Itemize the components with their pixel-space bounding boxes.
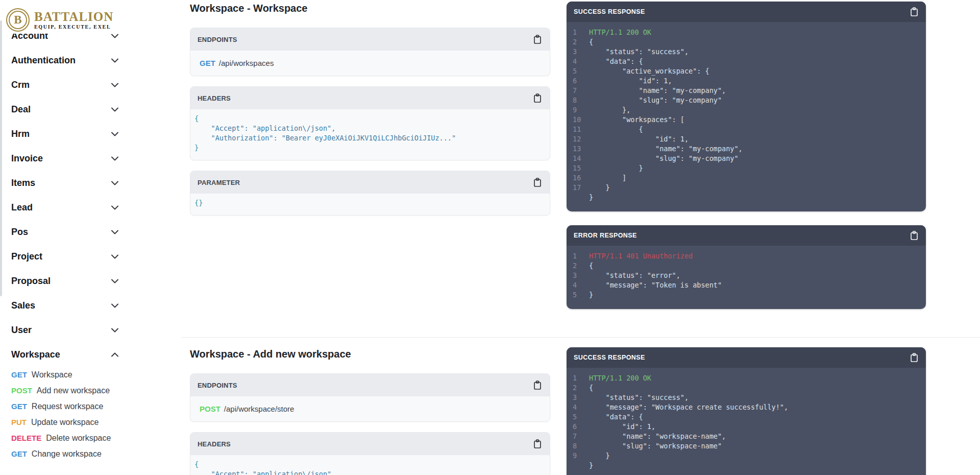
code-line: 3 "status": "success", <box>573 47 919 57</box>
chevron-down-icon <box>111 279 118 283</box>
code-text: "status": "success", <box>589 47 689 57</box>
code-text: "id": 1, <box>589 422 655 432</box>
code-line: 1HTTP/1.1 200 OK <box>573 373 919 383</box>
doc-sections: Workspace - Workspace ENDPOINTS GET/api/… <box>181 0 980 475</box>
response-panel: SUCCESS RESPONSE 1HTTP/1.1 200 OK2{3 "st… <box>567 347 926 475</box>
code-text: { <box>589 125 643 134</box>
sidebar-category-label: Proposal <box>11 276 51 287</box>
brand-name: BATTALION <box>34 10 113 23</box>
clipboard-icon <box>533 178 542 187</box>
sidebar-category[interactable]: Authentication <box>0 48 129 73</box>
card-body: POST/api/workspace/store <box>190 396 550 421</box>
doc-card: HEADERS { "Accept": "application\/json",… <box>190 432 550 475</box>
sidebar-category[interactable]: Project <box>0 244 129 269</box>
line-number: 14 <box>573 154 589 163</box>
copy-button[interactable] <box>533 381 542 390</box>
code-text: { <box>589 37 593 47</box>
app-logo[interactable]: B BATTALION EQUIP, EXECUTE, EXEL <box>0 0 129 34</box>
code-line: 4 "message": "Token is absent" <box>573 280 919 290</box>
doc-cards: ENDPOINTS POST/api/workspace/store HEADE… <box>190 373 550 475</box>
copy-button[interactable] <box>533 178 542 187</box>
endpoint-row: POST/api/workspace/store <box>200 405 542 413</box>
code-line: 6 "id": 1, <box>573 422 919 432</box>
doc-card: ENDPOINTS POST/api/workspace/store <box>190 373 550 422</box>
sidebar-category[interactable]: User <box>0 318 129 342</box>
code-line: 6 "id": 1, <box>573 76 919 86</box>
code-text: } <box>589 461 593 470</box>
chevron-down-icon <box>111 58 118 63</box>
sidebar-category-label: Crm <box>11 80 30 90</box>
line-number: 15 <box>573 163 589 173</box>
sidebar-endpoint-item[interactable]: GET Change workspace <box>0 446 129 462</box>
code-text: "name": "my-company", <box>589 86 726 96</box>
card-header: ENDPOINTS <box>190 28 550 51</box>
section-title: Workspace - Workspace <box>190 0 550 15</box>
copy-button[interactable] <box>533 93 542 103</box>
sidebar-endpoint-item[interactable]: GET Workspace <box>0 367 129 383</box>
copy-button[interactable] <box>910 353 918 362</box>
logo-text: BATTALION EQUIP, EXECUTE, EXEL <box>34 10 113 30</box>
card-body: { "Accept": "application\/json", "Author… <box>190 455 550 475</box>
line-number: 8 <box>573 441 589 451</box>
sidebar-category[interactable]: Sales <box>0 293 129 318</box>
sidebar-category-label: Pos <box>11 227 28 238</box>
sidebar-category[interactable]: Workspace <box>0 342 129 367</box>
line-number: 13 <box>573 144 589 154</box>
code-text: { <box>589 383 593 393</box>
card-header: HEADERS <box>190 433 550 455</box>
chevron-down-icon <box>111 83 118 87</box>
sidebar-category[interactable]: Hrm <box>0 122 129 146</box>
copy-button[interactable] <box>910 231 918 240</box>
card-title: ENDPOINTS <box>198 382 237 389</box>
code-line: "Authorization": "Bearer eyJ0eXAiOiJKV1Q… <box>194 133 545 143</box>
code-text: HTTP/1.1 401 Unauthorized <box>589 251 693 261</box>
line-number: 17 <box>573 183 589 193</box>
response-header: SUCCESS RESPONSE <box>567 347 926 368</box>
code-text: "workspaces": [ <box>589 115 684 125</box>
copy-button[interactable] <box>533 35 542 44</box>
sidebar-endpoint-item[interactable]: POST Add new workspace <box>0 383 129 398</box>
code-line: 12 "id": 1, <box>573 134 919 144</box>
sidebar-category[interactable]: Proposal <box>0 269 129 293</box>
sidebar-endpoint-item[interactable]: PUT Update workspace <box>0 414 129 430</box>
sidebar-category[interactable]: Crm <box>0 73 129 97</box>
code-text: "id": 1, <box>589 76 672 86</box>
card-title: ENDPOINTS <box>198 36 237 43</box>
response-title: ERROR RESPONSE <box>574 232 637 239</box>
chevron-down-icon <box>111 181 118 185</box>
http-method-badge: GET <box>11 402 27 411</box>
code-line: 13 "name": "my-company", <box>573 144 919 154</box>
sidebar-category[interactable]: Pos <box>0 220 129 244</box>
code-line: { <box>194 114 545 124</box>
sidebar-scrollbar[interactable] <box>0 20 2 296</box>
card-header: HEADERS <box>190 87 550 109</box>
code-text: } <box>589 163 643 173</box>
sidebar-category[interactable]: Deal <box>0 97 129 122</box>
card-body: { "Accept": "application\/json", "Author… <box>190 109 550 160</box>
docs-column: Workspace - Add new workspace ENDPOINTS … <box>190 346 550 475</box>
code-line: 1HTTP/1.1 200 OK <box>573 28 919 37</box>
code-text: "name": "workspace-name", <box>589 432 726 441</box>
sidebar-category-label: Project <box>11 251 42 262</box>
code-line: 2{ <box>573 261 919 271</box>
chevron-down-icon <box>111 156 118 161</box>
code-line: 16 ] <box>573 173 919 183</box>
code-line: 9 } <box>573 451 919 461</box>
code-text: "active_workspace": { <box>589 66 709 76</box>
copy-button[interactable] <box>910 7 918 16</box>
line-number: 4 <box>573 280 589 290</box>
code-line: 15 } <box>573 163 919 173</box>
sidebar-endpoint-item[interactable]: DELETE Delete workspace <box>0 430 129 446</box>
line-number: 5 <box>573 412 589 422</box>
copy-button[interactable] <box>533 439 542 448</box>
http-method-badge: GET <box>200 59 215 67</box>
sidebar-category-label: Items <box>11 178 35 188</box>
code-line: } <box>194 143 545 153</box>
sidebar-category[interactable]: Lead <box>0 195 129 220</box>
line-number: 7 <box>573 86 589 96</box>
sidebar-endpoint-item[interactable]: GET Request workspace <box>0 398 129 414</box>
sidebar-category[interactable]: Invoice <box>0 146 129 171</box>
sidebar-category[interactable]: Items <box>0 171 129 195</box>
section-columns: Workspace - Add new workspace ENDPOINTS … <box>181 346 980 475</box>
line-number: 4 <box>573 402 589 412</box>
